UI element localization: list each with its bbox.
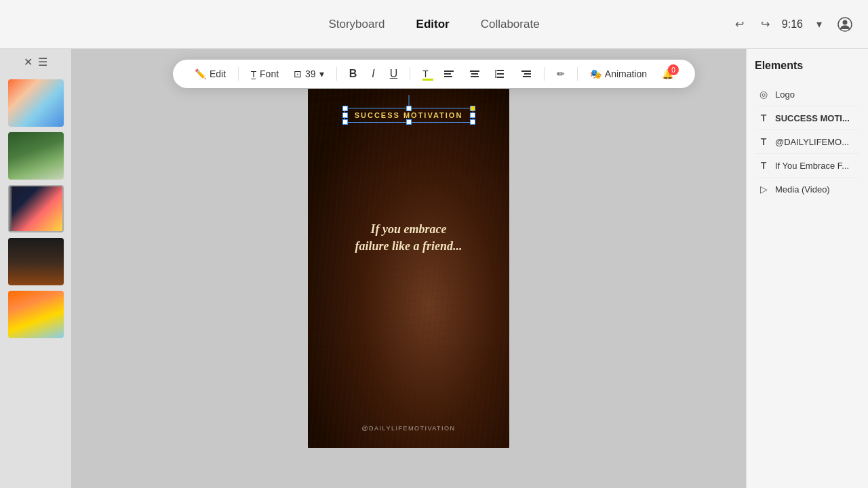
top-nav: Storyboard Editor Collaborate [323, 15, 545, 34]
handle-bottom-left[interactable] [342, 119, 348, 125]
filter-button[interactable]: ☰ [38, 56, 47, 68]
thumbnail-3[interactable] [8, 185, 64, 232]
align-right-icon [521, 68, 532, 79]
svg-rect-4 [444, 76, 452, 77]
canvas-card: SUCCESS MOTIVATION If you embracefailure… [308, 89, 509, 448]
element-media-video[interactable]: ▷ Media (Video) [755, 178, 860, 201]
font-size-selector[interactable]: ⊡ 39 ▾ [291, 67, 327, 81]
element-media-label: Media (Video) [775, 184, 830, 195]
main-layout: ✕ ☰ SUCCESS MOTIVATION [0, 49, 868, 488]
separator-3 [410, 67, 410, 81]
font-icon: T̲ [251, 69, 256, 79]
canvas-username: @DAILYLIFEMOTIVATION [361, 425, 455, 432]
animation-button[interactable]: 🎭 Animation [587, 67, 650, 81]
element-embrace-text[interactable]: T If You Embrace F... [755, 154, 860, 178]
italic-label: I [372, 68, 374, 80]
edit-icon: ✏️ [195, 68, 206, 79]
selected-text-element[interactable]: SUCCESS MOTIVATION [344, 108, 473, 123]
svg-rect-11 [521, 70, 531, 72]
element-success-text[interactable]: T SUCCESS MOTI... [755, 106, 860, 130]
edit-button[interactable]: ✏️ Edit [192, 67, 229, 81]
element-embrace-label: If You Embrace F... [775, 161, 849, 171]
left-sidebar: ✕ ☰ [0, 49, 71, 488]
notifications-button[interactable]: 🔔 0 [659, 67, 676, 81]
bold-label: B [349, 68, 357, 80]
nav-collaborate[interactable]: Collaborate [475, 15, 545, 34]
underline-label: U [390, 68, 398, 80]
handle-middle-right[interactable] [470, 113, 475, 118]
handle-bottom-middle[interactable] [406, 119, 412, 125]
svg-rect-9 [497, 73, 504, 75]
svg-rect-12 [524, 73, 531, 75]
time-display: 9:16 [782, 18, 803, 30]
svg-rect-8 [497, 70, 504, 71]
top-bar: Storyboard Editor Collaborate ↩ ↪ 9:16 ▾ [0, 0, 868, 49]
eyedropper-button[interactable]: ✏ [554, 67, 568, 81]
svg-point-1 [843, 20, 848, 24]
nav-storyboard[interactable]: Storyboard [323, 15, 390, 34]
thumbnail-1[interactable] [8, 79, 64, 127]
video-icon: ▷ [757, 183, 770, 195]
panel-title: Elements [755, 60, 860, 72]
separator-2 [336, 67, 337, 81]
progress-bar [9, 186, 12, 231]
account-icon[interactable] [835, 15, 854, 34]
font-selector[interactable]: T̲ Font [248, 67, 281, 81]
separator-1 [238, 67, 239, 81]
element-logo-label: Logo [775, 89, 795, 100]
svg-rect-10 [497, 77, 504, 78]
element-dailylife-text[interactable]: T @DAILYLIFEMO... [755, 130, 860, 154]
align-center-button[interactable] [467, 67, 483, 81]
text-icon-3: T [757, 159, 770, 171]
thumbnail-4[interactable] [8, 238, 64, 285]
italic-button[interactable]: I [369, 66, 377, 81]
thumbnail-2[interactable] [8, 132, 64, 180]
text-icon-1: T [757, 112, 770, 124]
elements-panel: Elements ◎ Logo T SUCCESS MOTI... T @DAI… [746, 49, 868, 488]
handle-top-right[interactable] [470, 106, 475, 111]
text-color-label: T [422, 68, 429, 79]
align-left-icon [443, 68, 454, 79]
dropdown-icon[interactable]: ▾ [810, 15, 829, 34]
close-button[interactable]: ✕ [24, 56, 33, 68]
align-left-button[interactable] [441, 67, 457, 81]
undo-button[interactable]: ↩ [730, 15, 749, 34]
line-spacing-icon [495, 68, 506, 79]
align-center-icon [469, 68, 480, 79]
element-dailylife-label: @DAILYLIFEMO... [775, 137, 849, 147]
font-size-value: 39 [305, 68, 316, 79]
canvas-area[interactable]: SUCCESS MOTIVATION If you embracefailure… [71, 49, 746, 488]
bold-button[interactable]: B [347, 66, 360, 81]
element-success-label: SUCCESS MOTI... [775, 113, 850, 123]
canvas-body-text-content: If you embracefailure like a friend... [341, 221, 477, 255]
animation-label: Animation [605, 68, 647, 79]
align-right-button[interactable] [518, 67, 534, 81]
text-icon-2: T [757, 136, 770, 148]
element-logo[interactable]: ◎ Logo [755, 83, 860, 106]
svg-rect-7 [471, 76, 479, 77]
canvas-body-text[interactable]: If you embracefailure like a friend... [341, 221, 477, 255]
separator-5 [577, 67, 578, 81]
svg-rect-3 [444, 73, 451, 75]
notification-badge: 0 [668, 64, 679, 75]
sidebar-controls: ✕ ☰ [24, 56, 47, 68]
svg-rect-5 [470, 70, 479, 72]
top-right-controls: ↩ ↪ 9:16 ▾ [730, 15, 854, 34]
nav-editor[interactable]: Editor [411, 15, 455, 34]
underline-button[interactable]: U [387, 66, 401, 81]
handle-top-middle[interactable] [406, 106, 412, 111]
handle-bottom-right[interactable] [470, 119, 475, 125]
redo-button[interactable]: ↪ [756, 15, 775, 34]
text-color-button[interactable]: T [420, 67, 431, 81]
resize-icon: ⊡ [294, 68, 302, 79]
handle-middle-left[interactable] [342, 113, 348, 118]
handle-top-left[interactable] [342, 106, 348, 111]
thumbnail-5[interactable] [8, 291, 64, 338]
animation-icon: 🎭 [590, 68, 601, 79]
canvas-texture [308, 89, 509, 448]
svg-rect-6 [471, 73, 478, 75]
font-size-arrow: ▾ [319, 68, 324, 79]
line-spacing-button[interactable] [492, 67, 509, 81]
color-bar [422, 79, 433, 81]
eyedropper-icon: ✏ [557, 68, 565, 79]
